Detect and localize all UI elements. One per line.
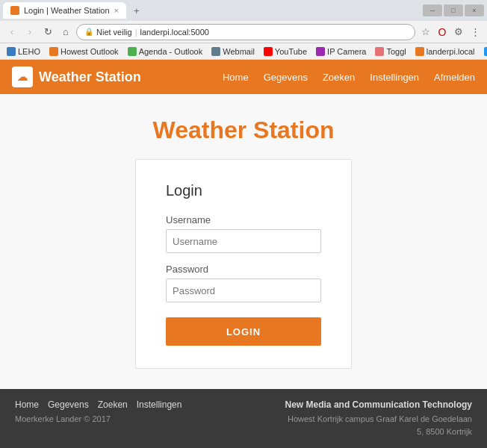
footer-org-name: New Media and Communication Technology [285,399,472,410]
address-prefix: Niet veilig [96,28,132,37]
minimize-button[interactable]: ─ [423,4,442,16]
browser-window: Login | Weather Station × + ─ □ × ‹ › ↻ … [0,0,487,448]
bookmark-agenda[interactable]: Agenda - Outlook [124,46,207,57]
footer-nav-gegevens[interactable]: Gegevens [48,399,89,410]
bookmarks-bar: LEHO Howest Outlook Agenda - Outlook Web… [0,43,487,60]
reload-button[interactable]: ↻ [40,25,55,40]
bookmark-label: Howest Outlook [61,47,119,56]
bookmark-favicon [211,47,220,56]
bookmark-toggl[interactable]: Toggl [371,46,409,57]
footer-nav-zoeken[interactable]: Zoeken [98,399,128,410]
bookmark-favicon [375,47,384,56]
bookmark-label: Toggl [386,47,406,56]
bookmark-gedeeld[interactable]: Gedeeld album - Lan [480,46,487,57]
bookmark-favicon [316,47,325,56]
extensions-icon[interactable]: ⚙ [451,25,466,40]
bookmark-favicon [49,47,58,56]
navigation-bar: ☁ Weather Station Home Gegevens Zoeken I… [0,60,487,94]
footer-left: Home Gegevens Zoeken Instellingen Moerke… [15,399,182,423]
browser-titlebar: Login | Weather Station × + ─ □ × [0,0,487,21]
main-content: Weather Station Login Username Password … [0,94,487,389]
bookmark-favicon [7,47,16,56]
nav-afmelden[interactable]: Afmelden [434,72,475,83]
nav-zoeken[interactable]: Zoeken [323,72,355,83]
bookmark-ipcamera[interactable]: IP Camera [312,46,370,57]
footer-right: New Media and Communication Technology H… [285,399,472,438]
footer-nav-instellingen[interactable]: Instellingen [137,399,182,410]
footer-address-line2: 5, 8500 Kortrijk [417,427,472,436]
password-label: Password [166,264,321,275]
toolbar-actions: ☆ O ⚙ ⋮ [418,25,483,40]
security-icon: 🔒 [84,28,93,36]
tab-favicon [10,6,19,15]
brand-icon: ☁ [12,66,33,87]
nav-gegevens[interactable]: Gegevens [264,72,308,83]
tab-title: Login | Weather Station [24,6,110,15]
bookmark-webmail[interactable]: Webmail [208,46,258,57]
login-button[interactable]: LOGIN [166,317,321,346]
nav-links: Home Gegevens Zoeken Instellingen Afmeld… [223,72,475,83]
bookmark-star-icon[interactable]: ☆ [418,25,433,40]
bookmark-label: IP Camera [327,47,366,56]
back-button[interactable]: ‹ [4,25,19,40]
bookmark-label: Webmail [223,47,255,56]
menu-icon[interactable]: ⋮ [468,25,483,40]
password-input[interactable] [166,279,321,302]
bookmark-label: Agenda - Outlook [139,47,203,56]
footer-nav-home[interactable]: Home [15,399,39,410]
cloud-icon: ☁ [17,71,28,83]
username-label: Username [166,214,321,225]
login-box: Login Username Password LOGIN [135,159,352,369]
username-group: Username [166,214,321,253]
bookmark-landerpi[interactable]: landerpi.local [412,46,479,57]
forward-button[interactable]: › [22,25,37,40]
nav-instellingen[interactable]: Instellingen [370,72,419,83]
bookmark-label: LEHO [18,47,40,56]
bookmark-howest[interactable]: Howest Outlook [46,46,122,57]
password-group: Password [166,264,321,302]
new-tab-button[interactable]: + [128,2,146,19]
footer-nav: Home Gegevens Zoeken Instellingen [15,399,182,410]
page-title: Weather Station [153,116,335,144]
home-button[interactable]: ⌂ [58,25,73,40]
address-bar[interactable]: 🔒 Niet veilig | landerpi.local:5000 [76,24,415,40]
bookmark-label: landerpi.local [426,47,475,56]
tab-close-button[interactable]: × [114,6,119,15]
address-url: landerpi.local:5000 [140,28,209,37]
nav-brand[interactable]: ☁ Weather Station [12,66,141,87]
brand-name: Weather Station [39,69,141,85]
username-input[interactable] [166,229,321,253]
browser-toolbar: ‹ › ↻ ⌂ 🔒 Niet veilig | landerpi.local:5… [0,21,487,43]
bookmark-favicon [264,47,273,56]
close-button[interactable]: × [465,4,484,16]
bookmark-favicon [128,47,137,56]
bookmark-youtube[interactable]: YouTube [260,46,311,57]
page-content: ☁ Weather Station Home Gegevens Zoeken I… [0,60,487,448]
nav-home[interactable]: Home [223,72,249,83]
footer-copyright: Moerkerke Lander © 2017 [15,414,182,423]
footer: Home Gegevens Zoeken Instellingen Moerke… [0,389,487,448]
bookmark-favicon [484,47,487,56]
bookmark-favicon [415,47,424,56]
bookmark-label: YouTube [275,47,307,56]
active-tab[interactable]: Login | Weather Station × [3,2,126,19]
opera-icon[interactable]: O [435,25,450,40]
footer-address: Howest Kortrijk campus Graaf Karel de Go… [285,413,472,438]
window-controls: ─ □ × [423,4,484,16]
bookmark-leho[interactable]: LEHO [3,46,44,57]
login-heading: Login [166,182,321,199]
footer-address-line1: Howest Kortrijk campus Graaf Karel de Go… [288,414,472,423]
restore-button[interactable]: □ [444,4,463,16]
